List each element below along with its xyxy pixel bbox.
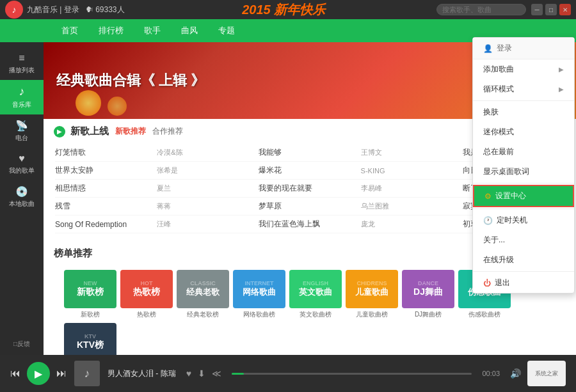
- timer-label: 定时关机: [497, 215, 527, 226]
- dropdown-header: 👤 登录: [473, 38, 574, 59]
- chart-card-internet[interactable]: INTERNET 网络歌曲 网络歌曲榜: [233, 270, 285, 319]
- player-volume: 🔊: [510, 368, 521, 379]
- nav-charts[interactable]: 排行榜: [88, 19, 134, 42]
- dropdown-loop-mode[interactable]: 循环模式 ▶: [473, 79, 574, 99]
- music-note-icon: ♪: [12, 4, 17, 15]
- song-name-2: 梦草原: [259, 201, 360, 212]
- nav-genre[interactable]: 曲风: [171, 19, 208, 42]
- charts-title: 榜单推荐: [54, 247, 92, 260]
- arrow-icon-1: ▶: [559, 86, 564, 93]
- sidebar-item-library[interactable]: ♪ 音乐库: [0, 80, 44, 114]
- user-count: 🗣 69333人: [86, 4, 125, 15]
- exit-icon: ⏻: [483, 279, 491, 288]
- player-progress-bar[interactable]: [232, 373, 472, 375]
- arrow-icon-0: ▶: [559, 66, 564, 73]
- play-button[interactable]: ▶: [27, 362, 50, 385]
- mini-mode-label: 迷你模式: [483, 127, 514, 137]
- settings-item-content: ⚙ 设置中心: [484, 191, 526, 201]
- new-songs-title: 新歌上线: [70, 125, 109, 137]
- about-label: 关于...: [483, 235, 505, 246]
- add-song-label: 添加歌曲: [483, 64, 514, 75]
- sidebar-item-my-playlist[interactable]: ♥ 我的歌单: [0, 148, 44, 180]
- settings-label: 设置中心: [495, 191, 526, 201]
- feedback-button[interactable]: □反馈: [13, 340, 30, 349]
- dropdown-desktop-lyrics[interactable]: 显示桌面歌词: [473, 162, 574, 182]
- song-name-2: 我能够: [259, 147, 360, 158]
- search-input[interactable]: [436, 4, 526, 15]
- new-songs-play-button[interactable]: ▶: [54, 126, 65, 137]
- dropdown-skin[interactable]: 换肤: [473, 102, 574, 122]
- playlist-icon: ≡: [19, 52, 24, 64]
- song-artist-2: 李易峰: [361, 184, 463, 193]
- chart-card-english[interactable]: ENGLISH 英文歌曲 英文歌曲榜: [289, 270, 342, 319]
- maximize-button[interactable]: □: [545, 4, 557, 15]
- timer-item-content: 🕐 定时关机: [483, 215, 527, 226]
- favorite-button[interactable]: ♥: [186, 368, 191, 379]
- dropdown-settings[interactable]: ⚙ 设置中心: [473, 185, 574, 207]
- player-controls: ⏮ ▶ ⏭: [10, 362, 67, 385]
- chart-card-kids[interactable]: CHIDRENS 儿童歌曲 儿童歌曲榜: [346, 270, 398, 319]
- sidebar-item-radio[interactable]: 📡 电台: [0, 114, 44, 148]
- new-songs-tab-partner[interactable]: 合作推荐: [152, 126, 183, 137]
- share-button[interactable]: ≪: [212, 368, 221, 379]
- radio-icon: 📡: [15, 120, 28, 132]
- chart-card-classic[interactable]: CLASSIC 经典老歌 经典老歌榜: [177, 270, 229, 319]
- nav-singers[interactable]: 歌手: [134, 19, 171, 42]
- always-top-label: 总在最前: [483, 146, 514, 157]
- user-icon: 👤: [483, 44, 493, 53]
- sidebar-item-playlist[interactable]: ≡ 播放列表: [0, 47, 44, 80]
- system-text: 系统之家: [535, 370, 558, 378]
- player-info: 男人酒女人泪 - 陈瑞: [108, 368, 176, 379]
- nav-home[interactable]: 首页: [51, 19, 88, 42]
- player-progress-fill: [232, 373, 244, 375]
- dropdown-exit[interactable]: ⏻ 退出: [473, 273, 574, 293]
- volume-icon[interactable]: 🔊: [510, 368, 521, 379]
- song-artist: 汪峰: [157, 219, 259, 229]
- chart-card-dj[interactable]: DANCE DJ舞曲 DJ舞曲榜: [402, 270, 454, 319]
- local-icon: 💿: [15, 185, 28, 198]
- dropdown-update[interactable]: 在线升级: [473, 250, 574, 270]
- dropdown-about[interactable]: 关于...: [473, 230, 574, 250]
- prev-button[interactable]: ⏮: [10, 368, 20, 379]
- gear-icon: ⚙: [484, 192, 492, 201]
- dropdown-add-song[interactable]: 添加歌曲 ▶: [473, 59, 574, 79]
- close-button[interactable]: ✕: [559, 4, 571, 15]
- next-button[interactable]: ⏭: [56, 368, 67, 379]
- dropdown-mini-mode[interactable]: 迷你模式: [473, 122, 574, 142]
- sidebar-label-my-playlist: 我的歌单: [9, 166, 35, 175]
- nav-special[interactable]: 专题: [208, 19, 245, 42]
- chart-card-new[interactable]: NEW 新歌榜 新歌榜: [64, 270, 116, 319]
- banner-title: 经典歌曲合辑《 上辑 》: [56, 71, 205, 90]
- dropdown-menu: 👤 登录 添加歌曲 ▶ 循环模式 ▶ 换肤 迷你模式 总在最前 显示桌面歌词 ⚙…: [472, 37, 575, 294]
- song-artist-2: 庞龙: [361, 219, 463, 229]
- download-button[interactable]: ⬇: [198, 368, 205, 379]
- dropdown-timer[interactable]: 🕐 定时关机: [473, 210, 574, 230]
- divider-2: [473, 183, 574, 184]
- new-songs-tab-recommended[interactable]: 新歌推荐: [115, 126, 146, 137]
- year-banner: 2015 新年快乐: [131, 1, 437, 19]
- dropdown-always-top[interactable]: 总在最前: [473, 142, 574, 162]
- play-icon-main: ▶: [35, 368, 42, 380]
- library-icon: ♪: [19, 85, 25, 98]
- sidebar-label-library: 音乐库: [12, 100, 31, 109]
- sidebar-item-local[interactable]: 💿 本地歌曲: [0, 180, 44, 214]
- skin-label: 换肤: [483, 107, 499, 118]
- player-song-title: 男人酒女人泪 - 陈瑞: [108, 368, 176, 379]
- chart-label-kids: 儿童歌曲榜: [356, 310, 388, 319]
- song-artist-2: S-KING: [361, 167, 463, 175]
- year-banner-text: 2015 新年快乐: [242, 1, 325, 19]
- chart-label-english: 英文歌曲榜: [300, 310, 332, 319]
- minimize-button[interactable]: ─: [531, 4, 543, 15]
- divider-3: [473, 208, 574, 209]
- update-label: 在线升级: [483, 255, 514, 265]
- song-artist: 夏兰: [157, 184, 259, 193]
- app-logo: ♪: [5, 1, 23, 19]
- chart-label-sad: 伤感歌曲榜: [468, 310, 500, 319]
- player-time: 00:03: [482, 370, 500, 377]
- song-artist: 蒋蒋: [157, 201, 259, 211]
- chart-card-ktv[interactable]: KTV KTV榜 KTV榜: [64, 323, 116, 355]
- login-label[interactable]: 登录: [497, 43, 512, 54]
- exit-item-content: ⏻ 退出: [483, 278, 510, 288]
- chart-card-hot[interactable]: HOT 热歌榜 热歌榜: [120, 270, 173, 319]
- heart-icon: ♥: [19, 153, 25, 164]
